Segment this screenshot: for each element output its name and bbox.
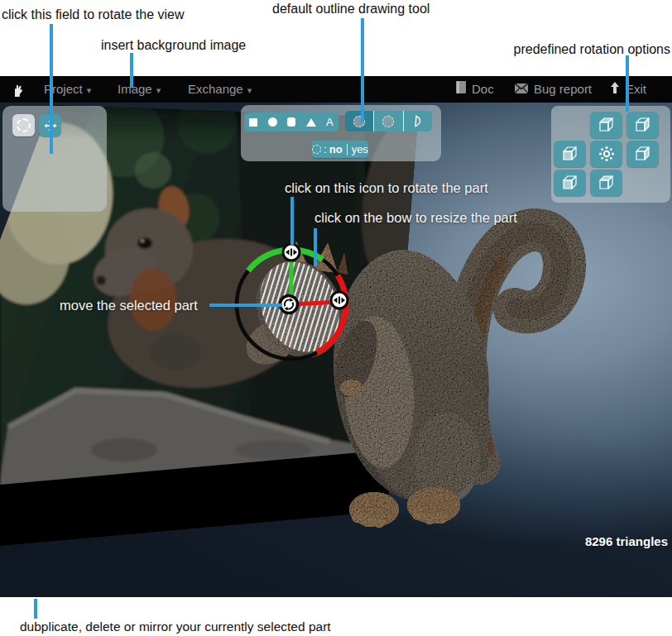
outline-dashed-circle-alt-icon: [382, 116, 394, 127]
rotate-view-button[interactable]: [12, 114, 35, 136]
rounded-square-tool-icon[interactable]: [287, 117, 295, 127]
rotate-part-handle-icon: [283, 244, 300, 261]
menu-project[interactable]: Project▾: [44, 76, 91, 103]
menu-exchange[interactable]: Exchange▾: [188, 76, 252, 103]
rotate-view-bottom-button[interactable]: [590, 170, 622, 196]
reset-light-button[interactable]: [590, 141, 622, 167]
rotate-view-top-button[interactable]: [590, 112, 622, 138]
rotate-view-right-button[interactable]: [626, 141, 659, 167]
outline-curve-icon: [413, 114, 423, 128]
outline-dashed-circle-alt-tool[interactable]: [373, 111, 402, 132]
doc-button[interactable]: Doc: [456, 76, 494, 103]
outline-dashed-circle-icon: [353, 116, 365, 127]
toggle-option-yes[interactable]: yes: [352, 143, 368, 155]
pan-view-icon: [44, 119, 57, 132]
exit-button[interactable]: Exit: [610, 76, 646, 103]
exit-label: Exit: [626, 82, 646, 96]
rotate-view-top-right-button[interactable]: [626, 112, 659, 138]
cube-view-front-icon: [561, 175, 579, 191]
resize-part-handle-icon: [331, 292, 348, 308]
exit-arrow-icon: [610, 76, 620, 103]
hand-logo-icon: [11, 76, 26, 103]
circle-tool-icon[interactable]: [268, 117, 277, 127]
pointer-line-part-actions: [34, 599, 37, 619]
cube-view-top-right-icon: [634, 117, 652, 133]
chevron-down-icon: ▾: [156, 85, 161, 95]
pan-view-button[interactable]: [39, 114, 61, 136]
outline-curve-tool[interactable]: [403, 111, 432, 132]
annotation-insert-background: insert background image: [101, 38, 246, 53]
rotation-options-panel: [551, 106, 670, 203]
sun-light-icon: [598, 146, 615, 162]
text-tool-icon[interactable]: A: [326, 117, 334, 127]
cube-view-top-icon: [598, 117, 616, 133]
annotation-rotate-view: click this field to rotate the view: [2, 7, 185, 22]
cube-view-right-icon: [634, 146, 652, 162]
shape-tool-group: A: [244, 112, 338, 132]
triangle-count: 8296 triangles: [585, 534, 668, 548]
bug-report-label: Bug report: [534, 82, 592, 96]
menu-image-label: Image: [118, 82, 152, 96]
annotation-outline-tool: default outline drawing tool: [272, 2, 430, 17]
menu-image[interactable]: Image▾: [118, 76, 161, 103]
square-tool-icon[interactable]: [249, 118, 257, 127]
triangle-tool-icon[interactable]: [306, 118, 316, 127]
rotate-view-left-button[interactable]: [554, 141, 586, 167]
menu-exchange-label: Exchange: [188, 82, 243, 96]
bug-report-button[interactable]: Bug report: [515, 76, 592, 103]
outline-toggle[interactable]: : no yes: [312, 141, 368, 158]
menubar: Project▾ Image▾ Exchange▾ Doc Bug report…: [0, 76, 672, 103]
doc-icon: [456, 76, 466, 103]
menu-project-label: Project: [44, 82, 83, 96]
cube-view-left-icon: [561, 146, 579, 162]
chevron-down-icon: ▾: [247, 85, 252, 95]
outline-tool-group: [345, 111, 432, 132]
view-rotate-field[interactable]: [2, 106, 107, 212]
rotate-view-icon: [17, 118, 31, 132]
cube-view-bottom-icon: [598, 175, 616, 191]
rotate-view-front-button[interactable]: [554, 170, 586, 196]
chevron-down-icon: ▾: [87, 85, 92, 95]
doc-label: Doc: [472, 82, 494, 96]
draw-toolbar: A : no yes: [241, 105, 441, 161]
dashed-circle-icon: [312, 145, 321, 154]
outline-dashed-circle-tool[interactable]: [345, 111, 373, 132]
annotation-rotation-options: predefined rotation options: [514, 42, 670, 57]
toggle-separator: :: [324, 143, 327, 155]
move-part-handle-icon: [281, 296, 298, 313]
bug-report-icon: [515, 76, 528, 103]
toggle-option-no[interactable]: no: [329, 143, 343, 155]
toggle-divider: [347, 144, 348, 155]
annotation-part-actions: dubplicate, delete or mirror your curren…: [20, 619, 331, 634]
